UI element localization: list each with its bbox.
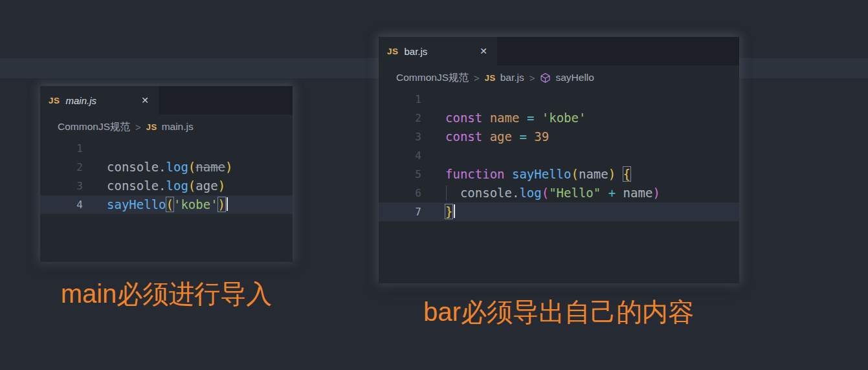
code-token: ) xyxy=(652,186,660,200)
close-icon[interactable]: ✕ xyxy=(478,45,489,58)
code-token xyxy=(519,111,526,125)
code-editor: 12const name = 'kobe'3const age = 3945fu… xyxy=(379,90,739,221)
code-line[interactable]: 4 xyxy=(379,146,739,165)
code-token: log xyxy=(166,160,188,174)
code-token xyxy=(505,167,512,181)
code-token: name xyxy=(579,167,608,181)
code-token: 'kobe' xyxy=(542,111,586,125)
code-token: 'kobe' xyxy=(173,197,218,212)
tab-bar: JSmain.js✕ xyxy=(40,86,293,114)
code-text: const name = 'kobe' xyxy=(445,109,586,127)
code-token: age xyxy=(490,129,512,144)
code-text: } xyxy=(445,202,455,221)
code-token: { xyxy=(623,167,630,181)
tab-title: bar.js xyxy=(405,46,428,57)
line-number: 6 xyxy=(379,184,421,202)
code-token: ( xyxy=(542,186,549,200)
line-number: 1 xyxy=(40,139,83,158)
code-text: console.log(name) xyxy=(107,158,233,177)
caption-bar: bar必须导出自己的内容 xyxy=(368,294,750,330)
editor-window-main: JSmain.js✕CommonJS规范>JSmain.js12console.… xyxy=(40,86,293,262)
javascript-icon: JS xyxy=(485,73,496,83)
code-token: log xyxy=(519,186,541,200)
line-number: 4 xyxy=(40,195,83,214)
code-token xyxy=(616,167,623,181)
breadcrumb-item-main.js[interactable]: JSmain.js xyxy=(146,121,194,133)
code-line[interactable]: 3console.log(age) xyxy=(40,177,293,195)
breadcrumb-separator-icon: > xyxy=(474,72,480,83)
code-token: ) xyxy=(218,197,225,212)
line-number: 7 xyxy=(379,202,421,221)
code-token: ( xyxy=(166,197,173,212)
line-number: 1 xyxy=(379,90,421,109)
breadcrumb-item-bar.js[interactable]: JSbar.js xyxy=(485,72,524,83)
code-token xyxy=(527,129,534,144)
text-cursor xyxy=(227,197,228,211)
breadcrumb: CommonJS规范>JSmain.js xyxy=(40,114,293,139)
code-token: sayHello xyxy=(107,197,166,212)
breadcrumb-separator-icon: > xyxy=(135,122,141,133)
code-line[interactable]: 7} xyxy=(379,202,739,221)
code-token: log xyxy=(166,179,188,193)
breadcrumb-label: CommonJS规范 xyxy=(396,71,469,85)
javascript-icon: JS xyxy=(387,47,399,56)
breadcrumb-item-sayHello[interactable]: sayHello xyxy=(540,72,594,83)
tab-bar.js[interactable]: JSbar.js✕ xyxy=(379,37,497,65)
code-token: console. xyxy=(107,160,166,174)
code-token: const xyxy=(445,129,482,144)
code-text: const age = 39 xyxy=(445,127,549,146)
breadcrumb-separator-icon: > xyxy=(529,72,535,83)
code-token: ( xyxy=(188,179,195,193)
breadcrumb-label: sayHello xyxy=(555,72,594,83)
code-token xyxy=(482,129,489,144)
tab-main.js[interactable]: JSmain.js✕ xyxy=(40,86,159,114)
code-line[interactable]: 4sayHello('kobe') xyxy=(40,195,293,214)
code-token: name xyxy=(490,111,520,125)
code-line[interactable]: 1 xyxy=(40,139,293,158)
code-text: function sayHello(name) { xyxy=(445,165,630,184)
line-number: 3 xyxy=(40,177,83,195)
code-line[interactable]: 2const name = 'kobe' xyxy=(379,109,739,127)
code-token xyxy=(616,186,623,200)
editor-window-bar: JSbar.js✕CommonJS规范>JSbar.js>sayHello12c… xyxy=(379,37,739,283)
tab-bar: JSbar.js✕ xyxy=(379,37,739,65)
breadcrumb-item-CommonJS规范[interactable]: CommonJS规范 xyxy=(58,120,130,134)
code-line[interactable]: 3const age = 39 xyxy=(379,127,739,146)
code-token: ( xyxy=(571,167,578,181)
code-token: sayHello xyxy=(512,167,572,181)
indent-guide xyxy=(446,186,447,201)
breadcrumb-item-CommonJS规范[interactable]: CommonJS规范 xyxy=(396,71,469,85)
line-number: 4 xyxy=(379,146,421,165)
breadcrumb-label: main.js xyxy=(162,121,194,133)
code-token: ) xyxy=(218,179,225,193)
code-token: age xyxy=(195,179,217,193)
code-text: console.log(age) xyxy=(107,177,225,195)
code-token: console. xyxy=(107,179,166,193)
code-line[interactable]: 2console.log(name) xyxy=(40,158,293,177)
code-token: name xyxy=(195,160,225,174)
javascript-icon: JS xyxy=(146,122,157,132)
line-number: 2 xyxy=(40,158,83,177)
breadcrumb-label: bar.js xyxy=(500,72,524,83)
code-line[interactable]: 6console.log("Hello" + name) xyxy=(379,184,739,202)
code-token xyxy=(601,186,608,200)
code-token: = xyxy=(527,111,534,125)
text-cursor xyxy=(454,204,455,218)
javascript-icon: JS xyxy=(49,96,60,105)
close-icon[interactable]: ✕ xyxy=(140,94,150,107)
code-token: ) xyxy=(225,160,232,174)
code-token xyxy=(482,111,489,125)
code-line[interactable]: 1 xyxy=(379,90,739,109)
line-number: 3 xyxy=(379,127,421,146)
code-token: name xyxy=(623,186,653,200)
code-token: ) xyxy=(608,167,616,181)
code-line[interactable]: 5function sayHello(name) { xyxy=(379,165,739,184)
code-token: function xyxy=(445,167,505,181)
code-editor: 12console.log(name)3console.log(age)4say… xyxy=(40,139,293,214)
symbol-cube-icon xyxy=(540,72,551,83)
code-token: "Hello" xyxy=(549,186,601,200)
code-token: 39 xyxy=(534,129,549,144)
breadcrumb: CommonJS规范>JSbar.js>sayHello xyxy=(379,65,739,90)
breadcrumb-label: CommonJS规范 xyxy=(58,120,130,134)
code-token: console. xyxy=(460,186,520,200)
